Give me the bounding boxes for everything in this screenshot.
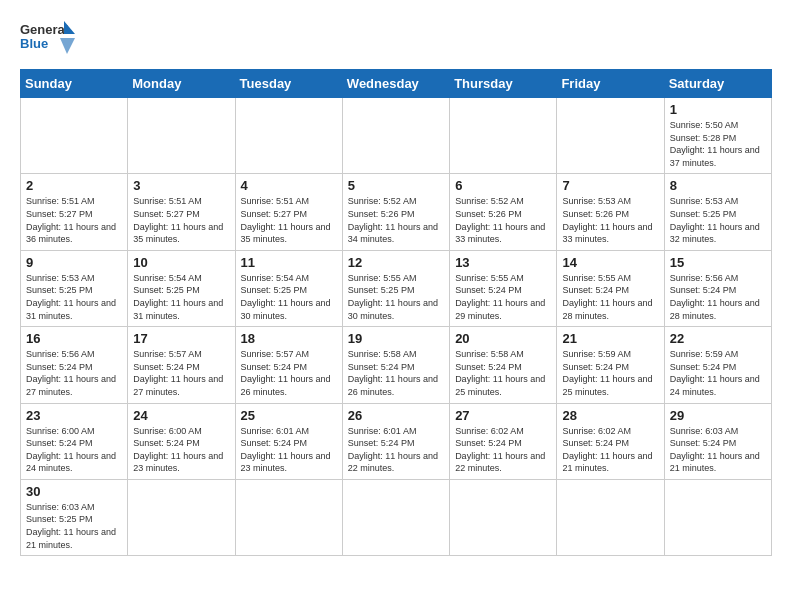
calendar-cell: 28Sunrise: 6:02 AM Sunset: 5:24 PM Dayli… [557,403,664,479]
calendar-cell [128,98,235,174]
weekday-header-sunday: Sunday [21,70,128,98]
day-number: 27 [455,408,551,423]
calendar-cell [342,479,449,555]
day-info: Sunrise: 6:02 AM Sunset: 5:24 PM Dayligh… [562,425,658,475]
calendar-week-3: 9Sunrise: 5:53 AM Sunset: 5:25 PM Daylig… [21,250,772,326]
calendar-week-2: 2Sunrise: 5:51 AM Sunset: 5:27 PM Daylig… [21,174,772,250]
page-header: GeneralBlue [20,16,772,61]
calendar-cell: 23Sunrise: 6:00 AM Sunset: 5:24 PM Dayli… [21,403,128,479]
calendar-cell: 16Sunrise: 5:56 AM Sunset: 5:24 PM Dayli… [21,327,128,403]
calendar-cell: 19Sunrise: 5:58 AM Sunset: 5:24 PM Dayli… [342,327,449,403]
day-info: Sunrise: 5:55 AM Sunset: 5:24 PM Dayligh… [455,272,551,322]
day-number: 10 [133,255,229,270]
calendar-cell: 13Sunrise: 5:55 AM Sunset: 5:24 PM Dayli… [450,250,557,326]
day-number: 20 [455,331,551,346]
calendar-week-5: 23Sunrise: 6:00 AM Sunset: 5:24 PM Dayli… [21,403,772,479]
calendar-cell: 5Sunrise: 5:52 AM Sunset: 5:26 PM Daylig… [342,174,449,250]
day-info: Sunrise: 5:53 AM Sunset: 5:26 PM Dayligh… [562,195,658,245]
calendar-cell: 12Sunrise: 5:55 AM Sunset: 5:25 PM Dayli… [342,250,449,326]
calendar-cell: 1Sunrise: 5:50 AM Sunset: 5:28 PM Daylig… [664,98,771,174]
calendar-cell: 30Sunrise: 6:03 AM Sunset: 5:25 PM Dayli… [21,479,128,555]
calendar-cell: 10Sunrise: 5:54 AM Sunset: 5:25 PM Dayli… [128,250,235,326]
day-info: Sunrise: 6:00 AM Sunset: 5:24 PM Dayligh… [133,425,229,475]
calendar-cell: 3Sunrise: 5:51 AM Sunset: 5:27 PM Daylig… [128,174,235,250]
day-info: Sunrise: 5:51 AM Sunset: 5:27 PM Dayligh… [26,195,122,245]
day-number: 7 [562,178,658,193]
day-info: Sunrise: 6:01 AM Sunset: 5:24 PM Dayligh… [348,425,444,475]
calendar-cell: 26Sunrise: 6:01 AM Sunset: 5:24 PM Dayli… [342,403,449,479]
calendar-cell: 8Sunrise: 5:53 AM Sunset: 5:25 PM Daylig… [664,174,771,250]
calendar-week-6: 30Sunrise: 6:03 AM Sunset: 5:25 PM Dayli… [21,479,772,555]
weekday-header-row: SundayMondayTuesdayWednesdayThursdayFrid… [21,70,772,98]
calendar-cell [664,479,771,555]
calendar-cell [450,98,557,174]
calendar-cell: 22Sunrise: 5:59 AM Sunset: 5:24 PM Dayli… [664,327,771,403]
day-number: 14 [562,255,658,270]
day-info: Sunrise: 5:56 AM Sunset: 5:24 PM Dayligh… [26,348,122,398]
calendar-cell: 6Sunrise: 5:52 AM Sunset: 5:26 PM Daylig… [450,174,557,250]
weekday-header-wednesday: Wednesday [342,70,449,98]
calendar-cell [235,98,342,174]
day-number: 13 [455,255,551,270]
day-info: Sunrise: 5:53 AM Sunset: 5:25 PM Dayligh… [26,272,122,322]
calendar-cell: 14Sunrise: 5:55 AM Sunset: 5:24 PM Dayli… [557,250,664,326]
day-number: 17 [133,331,229,346]
day-info: Sunrise: 5:57 AM Sunset: 5:24 PM Dayligh… [241,348,337,398]
day-number: 21 [562,331,658,346]
day-info: Sunrise: 5:54 AM Sunset: 5:25 PM Dayligh… [241,272,337,322]
calendar-cell: 24Sunrise: 6:00 AM Sunset: 5:24 PM Dayli… [128,403,235,479]
day-number: 22 [670,331,766,346]
day-number: 4 [241,178,337,193]
day-info: Sunrise: 5:59 AM Sunset: 5:24 PM Dayligh… [562,348,658,398]
day-info: Sunrise: 5:55 AM Sunset: 5:25 PM Dayligh… [348,272,444,322]
day-number: 8 [670,178,766,193]
day-number: 18 [241,331,337,346]
day-info: Sunrise: 5:51 AM Sunset: 5:27 PM Dayligh… [241,195,337,245]
calendar-cell [450,479,557,555]
day-info: Sunrise: 5:55 AM Sunset: 5:24 PM Dayligh… [562,272,658,322]
weekday-header-saturday: Saturday [664,70,771,98]
day-number: 28 [562,408,658,423]
day-number: 2 [26,178,122,193]
day-number: 5 [348,178,444,193]
calendar-table: SundayMondayTuesdayWednesdayThursdayFrid… [20,69,772,556]
logo-svg: GeneralBlue [20,16,80,61]
day-number: 24 [133,408,229,423]
svg-text:Blue: Blue [20,36,48,51]
day-number: 6 [455,178,551,193]
calendar-week-4: 16Sunrise: 5:56 AM Sunset: 5:24 PM Dayli… [21,327,772,403]
calendar-cell [557,479,664,555]
day-number: 12 [348,255,444,270]
day-info: Sunrise: 5:58 AM Sunset: 5:24 PM Dayligh… [348,348,444,398]
calendar-cell: 29Sunrise: 6:03 AM Sunset: 5:24 PM Dayli… [664,403,771,479]
calendar-cell: 18Sunrise: 5:57 AM Sunset: 5:24 PM Dayli… [235,327,342,403]
calendar-cell [342,98,449,174]
calendar-cell [21,98,128,174]
day-number: 1 [670,102,766,117]
day-info: Sunrise: 5:56 AM Sunset: 5:24 PM Dayligh… [670,272,766,322]
day-info: Sunrise: 6:03 AM Sunset: 5:24 PM Dayligh… [670,425,766,475]
calendar-cell [235,479,342,555]
day-info: Sunrise: 6:03 AM Sunset: 5:25 PM Dayligh… [26,501,122,551]
day-number: 15 [670,255,766,270]
day-number: 29 [670,408,766,423]
day-info: Sunrise: 5:52 AM Sunset: 5:26 PM Dayligh… [455,195,551,245]
svg-text:General: General [20,22,68,37]
day-info: Sunrise: 5:59 AM Sunset: 5:24 PM Dayligh… [670,348,766,398]
calendar-cell: 27Sunrise: 6:02 AM Sunset: 5:24 PM Dayli… [450,403,557,479]
calendar-cell: 17Sunrise: 5:57 AM Sunset: 5:24 PM Dayli… [128,327,235,403]
weekday-header-friday: Friday [557,70,664,98]
calendar-cell: 21Sunrise: 5:59 AM Sunset: 5:24 PM Dayli… [557,327,664,403]
day-number: 9 [26,255,122,270]
weekday-header-tuesday: Tuesday [235,70,342,98]
calendar-cell: 4Sunrise: 5:51 AM Sunset: 5:27 PM Daylig… [235,174,342,250]
calendar-cell: 2Sunrise: 5:51 AM Sunset: 5:27 PM Daylig… [21,174,128,250]
day-info: Sunrise: 5:58 AM Sunset: 5:24 PM Dayligh… [455,348,551,398]
logo: GeneralBlue [20,16,80,61]
day-info: Sunrise: 6:01 AM Sunset: 5:24 PM Dayligh… [241,425,337,475]
day-number: 25 [241,408,337,423]
calendar-cell: 7Sunrise: 5:53 AM Sunset: 5:26 PM Daylig… [557,174,664,250]
calendar-cell: 15Sunrise: 5:56 AM Sunset: 5:24 PM Dayli… [664,250,771,326]
day-info: Sunrise: 5:57 AM Sunset: 5:24 PM Dayligh… [133,348,229,398]
weekday-header-thursday: Thursday [450,70,557,98]
